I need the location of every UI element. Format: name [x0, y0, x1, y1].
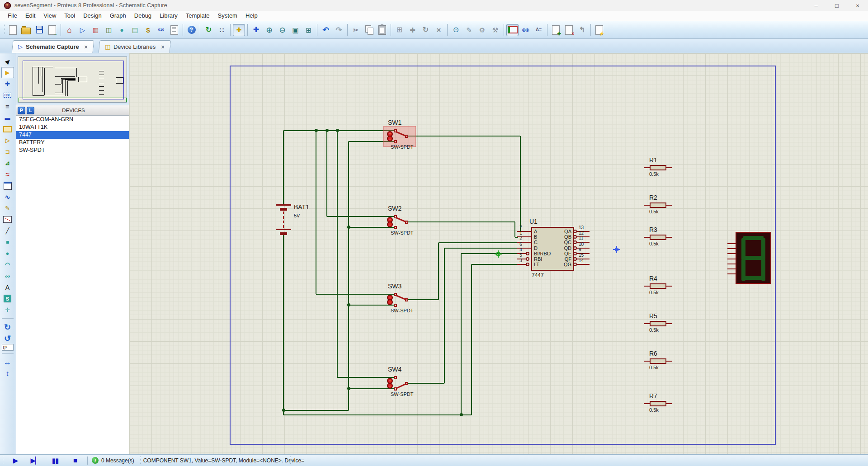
search-tag-icon[interactable]: ◎◎ — [519, 24, 532, 36]
block-rotate-icon[interactable]: ↻ — [420, 24, 432, 36]
switch-toggle-down[interactable]: ↓ — [387, 136, 393, 141]
minimize-button[interactable]: – — [806, 0, 826, 11]
bill-of-materials-icon[interactable]: $ — [142, 24, 154, 36]
2d-line-mode-icon[interactable]: ╱ — [1, 225, 14, 236]
wire[interactable] — [337, 131, 338, 377]
device-item-battery[interactable]: BATTERY — [16, 139, 129, 146]
switch-toggle-down[interactable]: ↓ — [387, 299, 393, 305]
wire[interactable] — [283, 410, 349, 411]
info-icon[interactable]: i — [92, 457, 99, 464]
tab-close-icon[interactable]: × — [160, 43, 164, 51]
2d-path-mode-icon[interactable]: ∾ — [1, 270, 14, 282]
wire[interactable] — [408, 221, 515, 222]
menu-edit[interactable]: Edit — [21, 11, 39, 21]
step-button[interactable]: ▶▏ — [25, 456, 45, 466]
resistor-body[interactable] — [650, 283, 666, 289]
help-icon[interactable]: ? — [185, 24, 198, 36]
menu-system[interactable]: System — [214, 11, 241, 21]
save-project-icon[interactable] — [33, 24, 45, 36]
wire[interactable] — [520, 136, 521, 231]
angle-input[interactable]: 0° — [2, 344, 14, 351]
wire[interactable] — [326, 131, 327, 217]
resistor-body[interactable] — [650, 401, 666, 406]
pin-stub[interactable] — [577, 264, 590, 265]
resistor-body[interactable] — [650, 202, 666, 208]
remove-sheet-icon[interactable]: × — [563, 24, 575, 36]
close-button[interactable]: × — [847, 0, 868, 11]
wire[interactable] — [349, 305, 395, 306]
wire[interactable] — [472, 264, 517, 265]
wire[interactable] — [349, 388, 395, 389]
active-popup-mode-icon[interactable] — [1, 180, 14, 191]
pin-stub[interactable] — [517, 264, 526, 265]
menu-design[interactable]: Design — [79, 11, 105, 21]
wire[interactable] — [337, 377, 395, 378]
battery-plate[interactable] — [280, 232, 287, 235]
component-mode-icon[interactable]: ▶ — [1, 67, 14, 78]
pick-parts-icon[interactable]: ⊙ — [450, 24, 462, 36]
wire[interactable] — [439, 242, 517, 243]
wire[interactable] — [471, 264, 472, 415]
graph-mode-icon[interactable]: ⊿ — [1, 157, 14, 169]
electrical-rule-check-icon[interactable]: ⚡ — [593, 24, 605, 36]
design-explorer-icon[interactable]: ▤ — [129, 24, 141, 36]
pause-button[interactable]: ▮▮ — [45, 456, 65, 466]
wire[interactable] — [408, 299, 439, 300]
packaging-tool-icon[interactable]: ⚙ — [476, 24, 488, 36]
block-delete-icon[interactable]: × — [433, 24, 445, 36]
2d-symbol-mode-icon[interactable]: S — [1, 293, 14, 304]
switch-toggle-down[interactable]: ↓ — [387, 383, 393, 389]
junction-dot-mode-icon[interactable]: ✚ — [1, 78, 14, 89]
subcircuit-mode-icon[interactable] — [1, 123, 14, 135]
flip-vertical-button[interactable]: ↕ — [1, 368, 14, 379]
menu-help[interactable]: Help — [241, 11, 262, 21]
new-project-icon[interactable] — [7, 24, 19, 36]
block-copy-icon[interactable]: ⊞ — [393, 24, 406, 36]
3d-viewer-icon[interactable]: ● — [116, 24, 128, 36]
library-manager-button[interactable]: L — [27, 107, 34, 114]
zoom-out-icon[interactable]: ⊖ — [276, 24, 288, 36]
terminals-mode-icon[interactable]: ▷ — [1, 135, 14, 146]
wire[interactable] — [283, 414, 472, 415]
maximize-button[interactable]: □ — [826, 0, 847, 11]
make-device-icon[interactable]: ✎ — [463, 24, 475, 36]
stop-button[interactable]: ■ — [65, 456, 85, 466]
rotate-ccw-button[interactable]: ↺ — [1, 333, 14, 344]
zoom-area-icon[interactable]: ⊞ — [302, 24, 315, 36]
device-pins-mode-icon[interactable]: ⊐ — [1, 146, 14, 157]
zoom-all-icon[interactable]: ▣ — [289, 24, 302, 36]
wire[interactable] — [316, 131, 316, 294]
menu-file[interactable]: File — [4, 11, 21, 21]
menu-tool[interactable]: Tool — [60, 11, 79, 21]
wire[interactable] — [408, 383, 444, 384]
tab-schematic-capture[interactable]: ▷ Schematic Capture × — [12, 40, 94, 53]
menu-graph[interactable]: Graph — [106, 11, 130, 21]
wire[interactable] — [408, 136, 520, 137]
play-button[interactable]: ▶ — [5, 456, 25, 466]
wire[interactable] — [444, 248, 445, 383]
property-assignment-icon[interactable]: A= — [533, 24, 545, 36]
source-code-icon[interactable]: 010 — [155, 24, 167, 36]
grid-toggle-icon[interactable]: ∷ — [216, 24, 228, 36]
pan-icon[interactable]: ✚ — [250, 24, 262, 36]
copy-icon[interactable] — [363, 24, 375, 36]
menu-template[interactable]: Template — [182, 11, 214, 21]
exit-to-parent-icon[interactable]: ↰ — [576, 24, 588, 36]
open-project-icon[interactable] — [20, 24, 32, 36]
zoom-in-icon[interactable]: ⊕ — [263, 24, 275, 36]
battery-plate[interactable] — [280, 208, 287, 211]
pick-devices-button[interactable]: P — [18, 107, 25, 114]
resistor-body[interactable] — [650, 321, 666, 326]
tab-close-icon[interactable]: × — [84, 43, 88, 51]
schematic-capture-icon[interactable]: ▷ — [76, 24, 89, 36]
switch-toggle-down[interactable]: ↓ — [387, 221, 393, 227]
text-script-mode-icon[interactable]: ≡ — [1, 101, 14, 112]
virtual-instruments-mode-icon[interactable] — [1, 214, 14, 225]
decompose-icon[interactable]: ⚒ — [489, 24, 501, 36]
redo-icon[interactable]: ↷ — [333, 24, 345, 36]
wire[interactable] — [283, 131, 284, 204]
wire[interactable] — [444, 248, 517, 249]
home-page-icon[interactable]: ⌂ — [63, 24, 75, 36]
wire-autorouter-icon[interactable] — [506, 24, 519, 36]
resistor-body[interactable] — [650, 235, 666, 240]
